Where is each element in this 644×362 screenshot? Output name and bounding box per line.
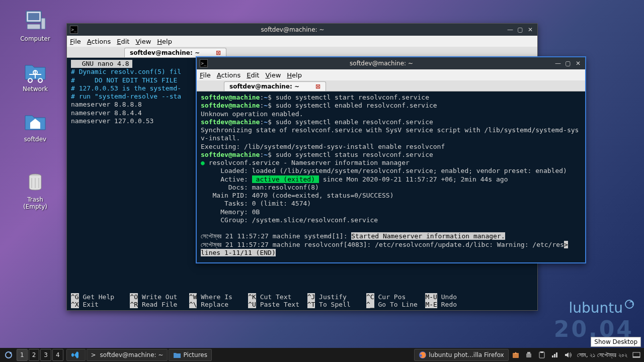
menu-actions[interactable]: Actions: [217, 71, 241, 79]
svg-rect-3: [41, 18, 45, 29]
maximize-button[interactable]: ▢: [516, 26, 524, 34]
network-folder-icon: [23, 59, 47, 83]
svg-rect-9: [526, 353, 531, 357]
desktop-icon-label: Trash (Empty): [15, 196, 55, 210]
window-title: softdev@machine: ~: [81, 26, 504, 33]
taskbar: 1 2 3 4 >softdev@machine: ~ Pictures lub…: [0, 348, 644, 362]
workspace-1[interactable]: 1: [17, 349, 28, 361]
desktop-icon-label: softdev: [15, 136, 55, 143]
menu-help[interactable]: Help: [157, 38, 172, 45]
menu-edit[interactable]: Edit: [117, 38, 129, 45]
show-desktop-button[interactable]: [630, 349, 642, 361]
menu-edit[interactable]: Edit: [247, 71, 259, 79]
maximize-button[interactable]: ▢: [564, 59, 572, 67]
terminal-tab[interactable]: softdev@machine: ~⊠: [224, 81, 326, 91]
app-menu-button[interactable]: [2, 349, 16, 361]
desktop-icon-label: Computer: [15, 35, 55, 42]
menubar: File Actions Edit View Help: [197, 69, 585, 80]
workspace-3[interactable]: 3: [40, 349, 51, 361]
menubar: File Actions Edit View Help: [67, 36, 537, 47]
desktop-icon-computer[interactable]: Computer: [15, 9, 55, 42]
titlebar[interactable]: >_ softdev@machine: ~ — ▢ ✕: [67, 24, 537, 36]
terminal-content[interactable]: softdev@machine:~$ sudo systemctl start …: [197, 92, 585, 262]
svg-rect-10: [527, 352, 530, 354]
minimize-button[interactable]: —: [506, 26, 514, 34]
terminal-icon: >_: [70, 26, 78, 34]
tray-updates-icon[interactable]: [510, 349, 522, 361]
trash-icon: [23, 170, 47, 194]
close-button[interactable]: ✕: [574, 59, 582, 67]
computer-icon: [23, 9, 47, 33]
workspace-2[interactable]: 2: [29, 349, 40, 361]
task-terminal[interactable]: >softdev@machine: ~: [87, 349, 168, 361]
tray-network-icon[interactable]: [549, 349, 561, 361]
tooltip-show-desktop: Show Desktop: [591, 337, 641, 347]
menu-view[interactable]: View: [135, 38, 151, 45]
svg-rect-14: [633, 356, 640, 357]
desktop-icon-trash[interactable]: Trash (Empty): [15, 170, 55, 210]
workspace-4[interactable]: 4: [52, 349, 63, 361]
menu-help[interactable]: Help: [287, 71, 302, 79]
task-pictures[interactable]: Pictures: [169, 349, 212, 361]
task-vscode[interactable]: [66, 349, 86, 361]
nano-shortcut-bar: ^G Get Help ^O Write Out ^W Where Is ^K …: [67, 291, 537, 310]
tab-close-icon[interactable]: ⊠: [216, 49, 221, 56]
svg-point-6: [10, 352, 12, 354]
terminal-icon: >_: [200, 59, 208, 67]
home-folder-icon: [23, 110, 47, 134]
tab-close-icon[interactable]: ⊠: [315, 83, 320, 90]
tray-removable-icon[interactable]: [523, 349, 535, 361]
svg-rect-1: [28, 13, 39, 20]
lubuntu-watermark: lubuntu 20.04: [554, 300, 634, 342]
desktop-icon-home[interactable]: softdev: [15, 110, 55, 143]
svg-rect-12: [540, 351, 543, 353]
menu-file[interactable]: File: [200, 71, 211, 79]
taskbar-clock[interactable]: সোম, ২১ সেপ্টেম্বর ২০২: [575, 349, 629, 361]
tabbar: softdev@machine: ~⊠: [197, 80, 585, 92]
titlebar[interactable]: >_ softdev@machine: ~ — ▢ ✕: [197, 57, 585, 69]
desktop-icon-network[interactable]: Network: [15, 59, 55, 93]
svg-rect-2: [27, 24, 40, 29]
task-firefox[interactable]: lubuntu phot...illa Firefox: [414, 349, 509, 361]
terminal-icon: >: [91, 351, 98, 358]
system-tray: সোম, ২১ সেপ্টেম্বর ২০২: [509, 349, 643, 361]
close-button[interactable]: ✕: [526, 26, 534, 34]
desktop-icon-label: Network: [15, 85, 55, 93]
terminal-window-front[interactable]: >_ softdev@machine: ~ — ▢ ✕ File Actions…: [196, 56, 586, 263]
menu-view[interactable]: View: [265, 71, 281, 79]
tray-clipboard-icon[interactable]: [536, 349, 548, 361]
menu-actions[interactable]: Actions: [87, 38, 111, 45]
nano-header: GNU nano 4.8: [71, 60, 132, 68]
menu-file[interactable]: File: [70, 38, 81, 45]
tray-volume-icon[interactable]: [562, 349, 574, 361]
minimize-button[interactable]: —: [554, 59, 562, 67]
window-title: softdev@machine: ~: [211, 60, 552, 67]
